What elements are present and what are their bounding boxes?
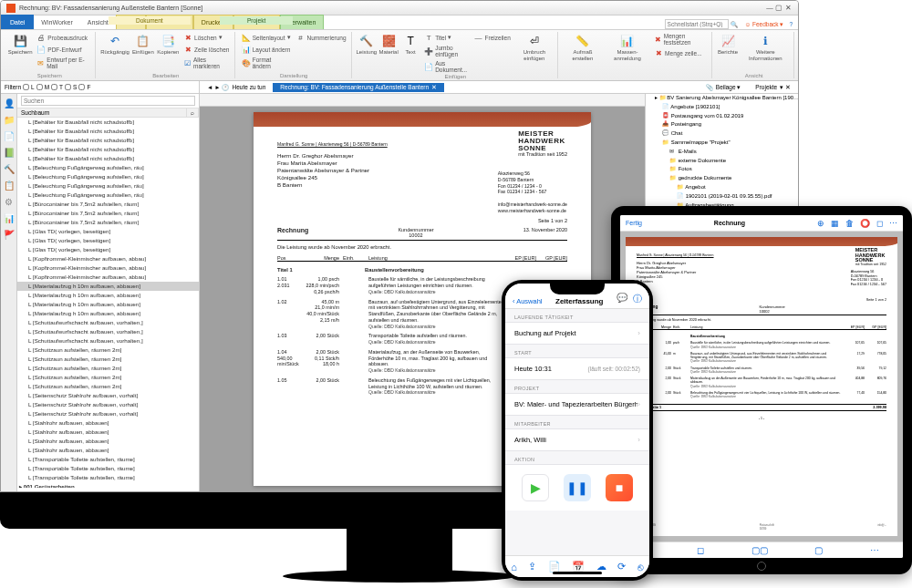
gear-icon[interactable]: ⚙ bbox=[4, 196, 15, 207]
search-icon[interactable]: ⊕ bbox=[817, 219, 824, 228]
tree-item[interactable]: L [Transportable Toilette aufstellen, rä… bbox=[17, 455, 199, 464]
tree-item[interactable]: L [Bürocontainer bis 7,5m2 aufstellen, r… bbox=[17, 200, 199, 209]
tree-item[interactable]: L [Transportable Toilette aufstellen, rä… bbox=[17, 464, 199, 473]
trash-icon[interactable]: 🗑 bbox=[845, 219, 854, 228]
project-tree-item[interactable]: 📁 Sammelmappe "Projekt" bbox=[646, 139, 798, 148]
tree-item[interactable]: L [Beleuchtung Fußgängerweg aufstellen, … bbox=[17, 163, 199, 172]
tree-item[interactable]: L [Beleuchtung Fußgängerweg aufstellen, … bbox=[17, 191, 199, 200]
book-icon[interactable]: 📗 bbox=[4, 147, 15, 158]
folder-icon[interactable]: 📁 bbox=[4, 114, 15, 125]
tree-item[interactable]: L [Schuttaufwurfschacht aufbauen, vorhal… bbox=[17, 327, 199, 336]
tree-item[interactable]: L [Materialaufzug h 10m aufbauen, abbaue… bbox=[17, 309, 199, 318]
tree-item[interactable]: L [Stahlrohr aufbauen, abbauen] bbox=[17, 437, 199, 446]
project-tree-item[interactable]: 📁 Fotos bbox=[646, 165, 798, 174]
sync-icon[interactable]: ⟳ bbox=[617, 561, 626, 573]
pagelayout-button[interactable]: 📐Seitenlayout ▾ bbox=[240, 32, 293, 43]
tree-item[interactable]: L [Stahlrohr aufbauen, abbauen] bbox=[17, 418, 199, 428]
grid-icon[interactable]: ▦ bbox=[831, 219, 839, 228]
next-icon[interactable]: ▢ bbox=[814, 545, 823, 555]
tree-item[interactable]: L [Materialaufzug h 10m aufbauen, abbaue… bbox=[17, 291, 199, 300]
filter-check-f[interactable] bbox=[78, 84, 85, 90]
tree-item[interactable]: L [Kopftrommel-Kleinmischer aufbauen, ab… bbox=[17, 263, 199, 273]
paste-button[interactable]: 📋Einfügen bbox=[131, 32, 154, 57]
flag-icon[interactable]: 🚩 bbox=[4, 229, 15, 240]
layout-button[interactable]: 📊Layout ändern bbox=[240, 44, 293, 55]
share-icon[interactable]: ⇪ bbox=[528, 561, 536, 573]
tree-item[interactable]: L [Bürocontainer bis 7,5m2 aufstellen, r… bbox=[17, 209, 199, 218]
project-tree-item[interactable]: 📁 gedruckte Dokumente bbox=[646, 174, 798, 183]
leistung-button[interactable]: 🔨Leistung bbox=[357, 32, 378, 57]
tree-item[interactable]: L [Schuttzaun aufstellen, räumen 2m] bbox=[17, 355, 199, 364]
beilage-dropdown[interactable]: 📎 Beilage ▾ bbox=[699, 83, 749, 92]
numbering-button[interactable]: #Nummerierung bbox=[295, 32, 348, 43]
tree-item[interactable]: L [Behälter für Bauabfall nicht schadsto… bbox=[17, 145, 199, 154]
thumb-icon[interactable]: ▢▢ bbox=[751, 545, 768, 555]
project-tree-item[interactable]: 📥 Posteingang bbox=[646, 120, 798, 129]
tree-item[interactable]: L [Materialaufzug h 10m aufbauen, abbaue… bbox=[17, 282, 199, 291]
pdf-button[interactable]: 📄PDF-Entwurf bbox=[35, 44, 91, 55]
tree-item[interactable]: L [Transportable Toilette aufstellen, rä… bbox=[17, 473, 199, 482]
massen-button[interactable]: 📊Massen-anmeldung bbox=[605, 32, 650, 63]
tree-item[interactable]: L [Schuttzaun aufstellen, räumen 2m] bbox=[17, 346, 199, 355]
bookmark-icon[interactable]: ◻ bbox=[876, 219, 883, 228]
tree-item[interactable]: L [Stahlrohr aufbauen, abbauen] bbox=[17, 446, 199, 455]
employee-cell[interactable]: Arikh, Willi› bbox=[505, 428, 649, 451]
projekte-panel-header[interactable]: Projekte ▾ ✕ bbox=[748, 83, 798, 92]
filter-check-m[interactable] bbox=[36, 84, 43, 90]
filter-check-t[interactable] bbox=[51, 84, 57, 90]
filter-check-s[interactable] bbox=[65, 84, 71, 90]
mengezeile-button[interactable]: ✖Menge zeile... bbox=[652, 47, 709, 58]
jumbo-button[interactable]: ➕Jumbo einfügen bbox=[422, 44, 470, 58]
berichte-button[interactable]: 📈Berichte bbox=[717, 32, 738, 57]
umbruch-button[interactable]: ⏎Umbruch einfügen bbox=[514, 32, 554, 63]
material-button[interactable]: 🧱Material bbox=[378, 32, 399, 57]
delete-row-button[interactable]: ✖Zeile löschen bbox=[181, 44, 232, 55]
menu-icon[interactable]: ⋯ bbox=[870, 545, 879, 555]
active-document-tab[interactable]: Rechnung: BV: Fassadensanierung Außenste… bbox=[273, 83, 444, 92]
text-button[interactable]: TText bbox=[400, 32, 420, 57]
hammer-icon[interactable]: 🔨 bbox=[4, 163, 15, 174]
tree-item[interactable]: L [Beleuchtung Fußgängerweg aufstellen, … bbox=[17, 172, 199, 181]
chart-icon[interactable]: 📊 bbox=[4, 212, 15, 223]
activity-cell[interactable]: Buchung auf Projekt› bbox=[505, 322, 649, 345]
tree-list[interactable]: L [Behälter für Bauabfall nicht schadsto… bbox=[17, 118, 199, 488]
filter-check-l[interactable] bbox=[23, 84, 29, 90]
ribbon-tab[interactable]: WinWorker bbox=[34, 15, 79, 29]
undo-button[interactable]: ↶Rückgängig bbox=[100, 32, 130, 57]
title-button[interactable]: TTitel ▾ bbox=[422, 32, 470, 43]
maximize-button[interactable]: ▢ bbox=[774, 4, 783, 12]
chat-icon[interactable]: 💬 bbox=[617, 293, 627, 305]
tree-item[interactable]: L [Bürocontainer bis 7,5m2 aufstellen, r… bbox=[17, 218, 199, 227]
mengen-button[interactable]: ✖Mengen festsetzen bbox=[652, 32, 709, 46]
pause-button[interactable]: ❚❚ bbox=[564, 474, 591, 501]
search-input[interactable] bbox=[665, 19, 729, 29]
tree-item[interactable]: L [Stahlrohr aufbauen, abbauen] bbox=[17, 428, 199, 437]
help-icon[interactable]: ? bbox=[789, 21, 793, 27]
prev-icon[interactable]: ◻ bbox=[697, 545, 704, 555]
close-button[interactable]: ✕ bbox=[783, 4, 793, 12]
tree-item[interactable]: L [Glas TD( vorlegen, beseitigen] bbox=[17, 245, 199, 254]
tree-item[interactable]: L [Behälter für Bauabfall nicht schadsto… bbox=[17, 127, 199, 136]
file-tab[interactable]: Datei bbox=[1, 15, 34, 29]
tree-item[interactable]: L [Schuttaufwurfschacht aufbauen, vorhal… bbox=[17, 336, 199, 346]
save-button[interactable]: 💾Speichern bbox=[7, 32, 33, 57]
tree-group[interactable]: ▸ 001 Gerüstarbeiten bbox=[17, 482, 199, 488]
tree-item[interactable]: L [Seitenschutz Stahlrohr aufbauen, vorh… bbox=[17, 409, 199, 418]
tree-item[interactable]: L [Seitenschutz Stahlrohr aufbauen, vorh… bbox=[17, 400, 199, 409]
info-icon[interactable]: ⓘ bbox=[633, 293, 642, 305]
tree-item[interactable]: L [Seitenschutz Stahlrohr aufbauen, vorh… bbox=[17, 391, 199, 400]
tree-item[interactable]: L [Schuttaufwurfschacht aufbauen, vorhal… bbox=[17, 318, 199, 327]
document-icon[interactable]: 📄 bbox=[4, 130, 15, 141]
select-all-button[interactable]: ☑Alles markieren bbox=[181, 56, 232, 70]
ausdok-button[interactable]: 📄Aus Dokument... bbox=[422, 59, 470, 74]
tree-item[interactable]: L [Schuttzaun aufstellen, räumen 2m] bbox=[17, 373, 199, 382]
copy-button[interactable]: 📑Kopieren bbox=[157, 32, 181, 57]
phone-back-button[interactable]: ‹ Auswahl bbox=[513, 297, 543, 305]
format-button[interactable]: 🎨Format ändern bbox=[240, 56, 293, 70]
lock-icon[interactable]: ⭕ bbox=[860, 219, 870, 228]
probe-button[interactable]: 🖨Probeausdruck bbox=[35, 32, 91, 43]
todo-tab[interactable]: ◄ ► 🕐 Heute zu tun bbox=[200, 83, 273, 92]
user-icon[interactable]: 👤 bbox=[4, 98, 15, 108]
tree-item[interactable]: L [Glas TD( vorlegen, beseitigen] bbox=[17, 236, 199, 245]
exit-icon[interactable]: ⎋ bbox=[637, 562, 644, 573]
